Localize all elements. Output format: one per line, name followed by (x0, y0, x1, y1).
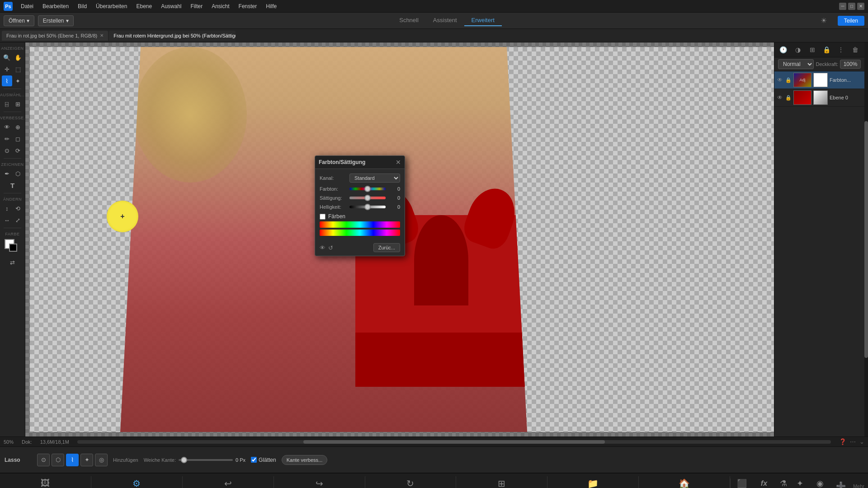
layer-item-ebene0[interactable]: 👁 🔒 Ebene 0 (774, 89, 864, 107)
minimize-button[interactable]: ─ (839, 3, 846, 10)
swap-colors[interactable]: ⇄ (7, 257, 18, 268)
panel-layers-icon[interactable]: ⊞ (807, 44, 818, 55)
lasso-poly-icon[interactable]: ⬡ (52, 454, 64, 466)
dock-start[interactable]: 🏠 Start (639, 476, 730, 488)
eraser-tool[interactable]: ◻ (13, 133, 24, 144)
panel-adjust-icon[interactable]: ◑ (793, 44, 803, 55)
file-tab-1-close[interactable]: ✕ (100, 33, 104, 38)
menu-datei[interactable]: Datei (17, 2, 37, 11)
menu-filter[interactable]: Filter (187, 2, 207, 11)
open-button[interactable]: Öffnen ▾ (4, 15, 34, 26)
opacity-input[interactable] (840, 60, 861, 69)
feather-slider[interactable] (179, 459, 233, 461)
dock-effekte[interactable]: fx Effekte (757, 479, 771, 488)
dock-grafiken[interactable]: ◉ Grafiken (811, 479, 829, 488)
menu-hilfe[interactable]: Hilfe (262, 2, 280, 11)
adjust-icon[interactable]: ☀ (821, 16, 827, 25)
dock-more-label[interactable]: Mehr (853, 483, 864, 488)
menu-fenster[interactable]: Fenster (235, 2, 261, 11)
marquee-tool[interactable]: ⬚ (13, 64, 24, 75)
lasso-smart-icon[interactable]: ◎ (95, 454, 108, 466)
transform-tool[interactable]: ↕ (2, 203, 12, 214)
helligkeit-thumb[interactable] (364, 204, 371, 210)
dock-add-icon[interactable]: ➕ (836, 481, 846, 488)
smooth-checkbox[interactable] (251, 457, 257, 463)
edge-improve-button[interactable]: Kante verbess... (282, 455, 328, 465)
horizontal-scrollbar[interactable] (77, 440, 831, 444)
dialog-back-button[interactable]: Zurüc... (373, 243, 400, 252)
farben-checkbox[interactable] (320, 214, 326, 220)
shape-tool[interactable]: ⬡ (13, 168, 24, 179)
saettigung-thumb[interactable] (364, 195, 371, 201)
dock-drehen[interactable]: ↻ Drehen (365, 476, 457, 488)
right-scrollbar[interactable] (864, 42, 868, 436)
pen-tool[interactable]: ✒ (2, 168, 12, 179)
feather-slider-thumb[interactable] (181, 457, 187, 463)
farbton-slider[interactable] (349, 188, 386, 190)
lasso-freehand-icon[interactable]: ✦ (80, 454, 93, 466)
tab-schnell[interactable]: Schnell (392, 15, 426, 26)
background-color[interactable] (9, 244, 17, 252)
helligkeit-slider[interactable] (349, 206, 386, 208)
menu-ansicht[interactable]: Ansicht (208, 2, 233, 11)
panel-delete-icon[interactable]: 🗑 (850, 44, 861, 55)
canvas-area[interactable]: + Farbton/Sättigung ✕ Kanal: Standard Fa… (25, 42, 774, 436)
maximize-button[interactable]: □ (848, 3, 855, 10)
panel-lock-icon[interactable]: 🔒 (821, 44, 832, 55)
dock-filter[interactable]: ⚗ Filter (778, 479, 788, 488)
quick-select-tool[interactable]: ✦ (13, 75, 24, 86)
create-button[interactable]: Erstellen ▾ (38, 15, 74, 26)
clone-tool[interactable]: ⊙ (2, 145, 12, 156)
eyedrop-tool[interactable]: 👁 (2, 122, 12, 132)
menu-bild[interactable]: Bild (74, 2, 90, 11)
panel-more-icon[interactable]: ⋮ (835, 44, 846, 55)
color-sample-tool[interactable]: ⊕ (13, 122, 24, 132)
dock-wiederholen[interactable]: ↪ Wiederholen (274, 476, 365, 488)
farbton-thumb[interactable] (364, 186, 371, 192)
file-tab-2[interactable]: Frau mit rotem Hintergrund.jpg bei 50% (… (109, 31, 236, 41)
close-button[interactable]: ✕ (857, 3, 864, 10)
lasso-tool[interactable]: ⌇ (2, 75, 12, 86)
dock-rueckgaengig[interactable]: ↩ Rückgängig (183, 476, 274, 488)
lasso-magnetic-icon[interactable]: ⌇ (66, 454, 79, 466)
brush-tool[interactable]: ✏ (2, 133, 12, 144)
dialog-preview-eye[interactable]: 👁 (320, 244, 326, 251)
dock-organizer[interactable]: 📁 Organizer (547, 476, 639, 488)
perspective-tool[interactable]: ⤢ (13, 215, 24, 225)
saettigung-slider[interactable] (349, 197, 386, 199)
status-more-icon[interactable]: ⋯ (850, 438, 856, 445)
menu-bearbeiten[interactable]: Bearbeiten (39, 2, 72, 11)
zoom-tool[interactable]: 🔍 (2, 52, 12, 63)
dock-layout[interactable]: ⊞ Layout (456, 476, 547, 488)
heal-tool[interactable]: ⟳ (13, 145, 24, 156)
dock-wz-optionen[interactable]: ⚙ WZ-Optionen (91, 476, 183, 488)
tab-erweitert[interactable]: Erweitert (464, 15, 502, 26)
hand-tool[interactable]: ✋ (13, 52, 24, 63)
share-button[interactable]: Teilen (838, 16, 864, 26)
blend-mode-select[interactable]: Normal (778, 59, 814, 69)
layer-item-farbton[interactable]: 👁 🔒 Adj Farbton... (774, 71, 864, 89)
menu-auswahl[interactable]: Auswahl (157, 2, 185, 11)
right-scroll-thumb[interactable] (864, 121, 868, 357)
status-help-icon[interactable]: ❓ (839, 438, 846, 445)
layer-visibility-ebene0[interactable]: 👁 (776, 94, 783, 101)
panel-history-icon[interactable]: 🕐 (778, 44, 789, 55)
dialog-close-button[interactable]: ✕ (396, 159, 401, 166)
dock-ebenen[interactable]: ⬛ Ebenen (734, 479, 750, 488)
status-expand-icon[interactable]: ⌄ (859, 438, 864, 445)
type-tool[interactable]: T (7, 180, 18, 191)
content-aware-tool[interactable]: ↔ (2, 215, 12, 225)
crop-tool[interactable]: ⌸ (2, 99, 12, 109)
slice-tool[interactable]: ⊞ (13, 99, 24, 109)
move-tool[interactable]: ✛ (2, 64, 12, 75)
dock-stile[interactable]: ✦ Stile (796, 479, 804, 488)
menu-ebene[interactable]: Ebene (132, 2, 156, 11)
tab-assistent[interactable]: Assistent (426, 15, 464, 26)
lasso-standard-icon[interactable]: ⊙ (37, 454, 50, 466)
dialog-reset-eye[interactable]: ↺ (328, 244, 333, 251)
scroll-thumb[interactable] (303, 440, 605, 444)
layer-visibility-farbton[interactable]: 👁 (776, 76, 783, 84)
warp-tool[interactable]: ⟲ (13, 203, 24, 214)
kanal-select[interactable]: Standard (349, 174, 400, 183)
menu-ueberarbeiten[interactable]: Überarbeiten (92, 2, 131, 11)
